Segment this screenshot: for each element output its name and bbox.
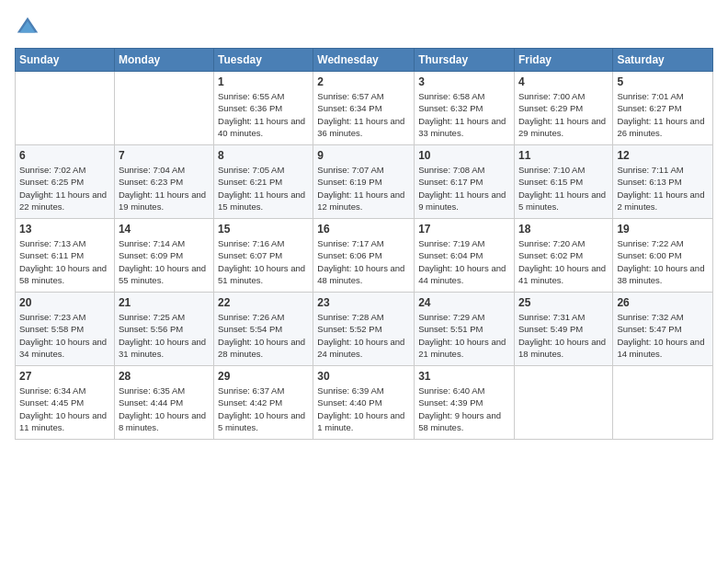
calendar-day: 15 Sunrise: 7:16 AM Sunset: 6:07 PM Dayl…: [214, 219, 313, 293]
daylight: Daylight: 11 hours and 29 minutes.: [518, 116, 606, 138]
day-info: Sunrise: 7:31 AM Sunset: 5:49 PM Dayligh…: [518, 311, 609, 360]
day-info: Sunrise: 6:40 AM Sunset: 4:39 PM Dayligh…: [418, 385, 510, 433]
weekday-header: Sunday: [16, 49, 115, 72]
calendar-day: [514, 366, 612, 440]
sunset: Sunset: 6:27 PM: [617, 103, 681, 113]
weekday-header: Friday: [514, 49, 612, 72]
daylight: Daylight: 10 hours and 55 minutes.: [119, 263, 206, 285]
sunset: Sunset: 6:06 PM: [317, 250, 381, 260]
day-info: Sunrise: 7:05 AM Sunset: 6:21 PM Dayligh…: [218, 164, 309, 213]
sunset: Sunset: 6:19 PM: [317, 177, 381, 187]
day-info: Sunrise: 6:58 AM Sunset: 6:32 PM Dayligh…: [418, 90, 510, 139]
day-info: Sunrise: 7:25 AM Sunset: 5:56 PM Dayligh…: [119, 311, 210, 360]
calendar-day: [114, 72, 213, 145]
sunrise: Sunrise: 7:07 AM: [317, 165, 383, 175]
daylight: Daylight: 10 hours and 41 minutes.: [518, 263, 606, 285]
day-number: 9: [317, 149, 410, 162]
sunrise: Sunrise: 7:01 AM: [617, 91, 683, 101]
daylight: Daylight: 11 hours and 22 minutes.: [19, 190, 107, 212]
weekday-header: Monday: [114, 49, 213, 72]
day-number: 25: [518, 296, 609, 309]
sunset: Sunset: 6:15 PM: [518, 177, 583, 187]
day-number: 10: [418, 149, 510, 162]
sunset: Sunset: 6:13 PM: [617, 177, 681, 187]
sunset: Sunset: 4:45 PM: [19, 397, 84, 408]
sunrise: Sunrise: 7:23 AM: [19, 312, 85, 322]
daylight: Daylight: 11 hours and 40 minutes.: [218, 116, 305, 138]
sunset: Sunset: 6:09 PM: [119, 250, 183, 260]
sunset: Sunset: 6:25 PM: [19, 177, 84, 187]
sunrise: Sunrise: 7:29 AM: [418, 312, 484, 322]
daylight: Daylight: 10 hours and 31 minutes.: [119, 337, 206, 359]
weekday-header: Saturday: [613, 49, 713, 72]
sunset: Sunset: 5:47 PM: [617, 324, 681, 334]
calendar-day: 4 Sunrise: 7:00 AM Sunset: 6:29 PM Dayli…: [514, 72, 612, 145]
day-info: Sunrise: 6:34 AM Sunset: 4:45 PM Dayligh…: [19, 385, 110, 433]
daylight: Daylight: 9 hours and 58 minutes.: [418, 410, 501, 432]
day-number: 24: [418, 296, 510, 309]
calendar-day: 11 Sunrise: 7:10 AM Sunset: 6:15 PM Dayl…: [514, 145, 612, 219]
daylight: Daylight: 10 hours and 1 minute.: [317, 410, 404, 432]
calendar-day: 27 Sunrise: 6:34 AM Sunset: 4:45 PM Dayl…: [16, 366, 115, 440]
daylight: Daylight: 10 hours and 18 minutes.: [518, 337, 606, 359]
daylight: Daylight: 10 hours and 34 minutes.: [19, 337, 107, 359]
sunrise: Sunrise: 7:22 AM: [617, 238, 683, 248]
calendar-day: 18 Sunrise: 7:20 AM Sunset: 6:02 PM Dayl…: [514, 219, 612, 293]
sunrise: Sunrise: 7:31 AM: [518, 312, 585, 322]
calendar-day: 12 Sunrise: 7:11 AM Sunset: 6:13 PM Dayl…: [613, 145, 713, 219]
day-number: 11: [518, 149, 609, 162]
daylight: Daylight: 10 hours and 48 minutes.: [317, 263, 404, 285]
day-number: 5: [617, 75, 709, 88]
sunset: Sunset: 6:07 PM: [218, 250, 282, 260]
day-number: 13: [19, 223, 110, 236]
calendar-day: 26 Sunrise: 7:32 AM Sunset: 5:47 PM Dayl…: [613, 293, 713, 366]
daylight: Daylight: 10 hours and 11 minutes.: [19, 410, 107, 432]
calendar-day: 17 Sunrise: 7:19 AM Sunset: 6:04 PM Dayl…: [415, 219, 515, 293]
sunset: Sunset: 4:44 PM: [119, 397, 183, 408]
day-number: 18: [518, 223, 609, 236]
calendar-day: 22 Sunrise: 7:26 AM Sunset: 5:54 PM Dayl…: [214, 293, 313, 366]
day-number: 26: [617, 296, 709, 309]
sunrise: Sunrise: 7:25 AM: [119, 312, 185, 322]
calendar-week: 27 Sunrise: 6:34 AM Sunset: 4:45 PM Dayl…: [16, 366, 713, 440]
daylight: Daylight: 10 hours and 24 minutes.: [317, 337, 404, 359]
day-number: 29: [218, 370, 309, 383]
day-info: Sunrise: 7:07 AM Sunset: 6:19 PM Dayligh…: [317, 164, 410, 213]
day-info: Sunrise: 6:37 AM Sunset: 4:42 PM Dayligh…: [218, 385, 309, 433]
sunset: Sunset: 6:34 PM: [317, 103, 381, 113]
day-info: Sunrise: 7:19 AM Sunset: 6:04 PM Dayligh…: [418, 237, 510, 286]
weekday-header: Tuesday: [214, 49, 313, 72]
sunrise: Sunrise: 6:55 AM: [218, 91, 284, 101]
calendar-day: 13 Sunrise: 7:13 AM Sunset: 6:11 PM Dayl…: [16, 219, 115, 293]
daylight: Daylight: 10 hours and 21 minutes.: [418, 337, 506, 359]
calendar-day: 10 Sunrise: 7:08 AM Sunset: 6:17 PM Dayl…: [415, 145, 515, 219]
day-info: Sunrise: 7:22 AM Sunset: 6:00 PM Dayligh…: [617, 237, 709, 286]
day-number: 6: [19, 149, 110, 162]
daylight: Daylight: 11 hours and 33 minutes.: [418, 116, 506, 138]
day-info: Sunrise: 7:11 AM Sunset: 6:13 PM Dayligh…: [617, 164, 709, 213]
calendar-day: 19 Sunrise: 7:22 AM Sunset: 6:00 PM Dayl…: [613, 219, 713, 293]
sunset: Sunset: 6:23 PM: [119, 177, 183, 187]
sunset: Sunset: 4:42 PM: [218, 397, 282, 408]
sunset: Sunset: 6:00 PM: [617, 250, 681, 260]
weekday-header: Wednesday: [313, 49, 415, 72]
day-number: 19: [617, 223, 709, 236]
calendar-day: 7 Sunrise: 7:04 AM Sunset: 6:23 PM Dayli…: [114, 145, 213, 219]
logo-icon: [15, 15, 40, 40]
sunset: Sunset: 5:52 PM: [317, 324, 381, 334]
daylight: Daylight: 11 hours and 36 minutes.: [317, 116, 404, 138]
day-number: 22: [218, 296, 309, 309]
day-number: 31: [418, 370, 510, 383]
sunset: Sunset: 6:29 PM: [518, 103, 583, 113]
day-info: Sunrise: 6:55 AM Sunset: 6:36 PM Dayligh…: [218, 90, 309, 139]
calendar-week: 6 Sunrise: 7:02 AM Sunset: 6:25 PM Dayli…: [16, 145, 713, 219]
day-info: Sunrise: 7:29 AM Sunset: 5:51 PM Dayligh…: [418, 311, 510, 360]
sunrise: Sunrise: 7:16 AM: [218, 238, 284, 248]
sunset: Sunset: 6:17 PM: [418, 177, 483, 187]
daylight: Daylight: 11 hours and 9 minutes.: [418, 190, 506, 212]
calendar-day: 25 Sunrise: 7:31 AM Sunset: 5:49 PM Dayl…: [514, 293, 612, 366]
sunset: Sunset: 5:54 PM: [218, 324, 282, 334]
page-header: [15, 15, 713, 40]
sunrise: Sunrise: 7:19 AM: [418, 238, 484, 248]
daylight: Daylight: 10 hours and 51 minutes.: [218, 263, 305, 285]
